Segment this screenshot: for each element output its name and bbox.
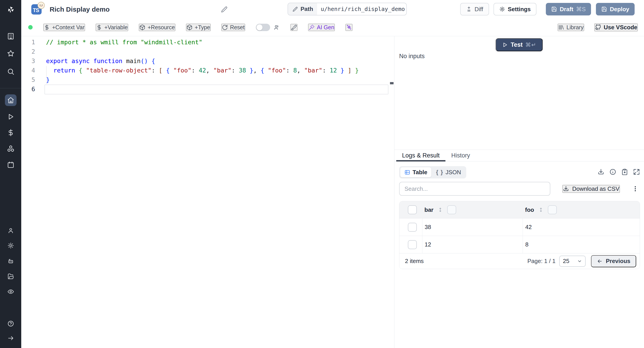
column-toggle-foo[interactable] — [548, 205, 557, 214]
reset-button[interactable]: Reset — [222, 24, 245, 31]
windmill-logo[interactable] — [5, 4, 16, 15]
format-brush-icon[interactable] — [290, 24, 298, 31]
download-result-icon[interactable] — [598, 168, 604, 176]
view-json-button[interactable]: { } JSON — [432, 167, 465, 177]
info-icon[interactable] — [609, 168, 616, 176]
wand-icon — [308, 24, 314, 30]
row-checkbox[interactable] — [408, 223, 417, 232]
sidebar-divider — [0, 88, 21, 88]
cubes-icon[interactable] — [5, 143, 16, 154]
search-icon[interactable] — [5, 66, 16, 77]
path-field[interactable]: Path u/henri/rich_display_demo — [288, 3, 407, 16]
windmill-app: TS Rich Display demo Path u/henri/rich_d… — [0, 0, 644, 348]
kebab-menu-icon[interactable] — [632, 186, 639, 192]
topbar: TS Rich Display demo Path u/henri/rich_d… — [21, 0, 644, 18]
home-icon[interactable] — [5, 94, 16, 106]
column-header-foo[interactable]: foo — [525, 206, 534, 213]
tab-history[interactable]: History — [446, 150, 476, 161]
deploy-button[interactable]: Deploy — [596, 3, 634, 16]
results-section: Logs & Result History Table { } JSON — [394, 150, 644, 348]
view-segment: Table { } JSON — [399, 166, 466, 178]
add-type-button[interactable]: +Type — [186, 24, 211, 31]
tab-logs-result[interactable]: Logs & Result — [396, 150, 446, 161]
add-variable-button[interactable]: +Variable — [96, 24, 128, 31]
calendar-icon[interactable] — [5, 159, 16, 170]
no-inputs-label: No inputs — [399, 53, 425, 60]
arrow-left-icon — [597, 258, 603, 264]
table-header: bar foo — [399, 201, 640, 218]
test-button[interactable]: Test ⌘↵ — [496, 38, 543, 51]
search-input[interactable] — [399, 182, 550, 196]
sparkles-icon[interactable] — [346, 24, 352, 31]
star-icon[interactable] — [5, 48, 16, 59]
sort-icon[interactable] — [538, 207, 544, 213]
sort-icon[interactable] — [438, 207, 443, 213]
cell-bar: 38 — [422, 218, 522, 236]
cell-foo: 8 — [522, 236, 640, 253]
eye-icon[interactable] — [5, 286, 16, 297]
code-line[interactable]: 4 return { "table-row-object": [ { "foo"… — [21, 66, 394, 75]
column-toggle-bar[interactable] — [447, 205, 456, 214]
code-editor[interactable]: 1// import * as wmill from "windmill-cli… — [21, 36, 394, 348]
save-icon — [551, 6, 557, 12]
user-icon[interactable] — [5, 225, 16, 236]
add-context-var-button[interactable]: +Context Var — [44, 24, 85, 31]
cell-foo: 42 — [522, 218, 640, 236]
settings-button[interactable]: Settings — [494, 3, 537, 16]
multiplayer-toggle[interactable] — [256, 24, 270, 31]
draft-shortcut: ⌘S — [576, 6, 586, 13]
code-line[interactable]: 6 — [21, 84, 394, 94]
plus-minus-icon — [466, 6, 472, 12]
play-icon — [502, 42, 508, 48]
dollar-icon[interactable] — [5, 127, 16, 138]
page-indicator: Page: 1 / 1 — [527, 258, 556, 264]
result-table: bar foo 3842128 2 i — [399, 201, 640, 269]
library-icon — [558, 24, 564, 30]
package-icon — [186, 24, 192, 30]
gear-icon[interactable] — [5, 240, 16, 251]
dollar-icon — [96, 24, 102, 30]
clipboard-copy-icon[interactable] — [621, 168, 628, 176]
building-icon[interactable] — [5, 31, 16, 42]
path-value[interactable]: u/henri/rich_display_demo — [317, 6, 405, 12]
folder-icon[interactable] — [5, 271, 16, 282]
save-icon — [601, 6, 607, 12]
path-label: Path — [288, 3, 317, 15]
help-icon[interactable] — [5, 318, 16, 329]
draft-button[interactable]: Draft ⌘S — [546, 3, 591, 16]
chevron-down-icon — [577, 259, 582, 264]
test-shortcut: ⌘↵ — [525, 42, 536, 48]
results-tabs: Logs & Result History — [394, 150, 644, 162]
overview-ruler-cursor-mark — [390, 82, 394, 84]
typescript-badge: TS — [31, 4, 42, 14]
ai-gen-button[interactable]: AI Gen — [308, 24, 335, 31]
gear-icon — [499, 6, 505, 12]
code-line[interactable]: 5} — [21, 75, 394, 84]
arrow-right-icon[interactable] — [5, 332, 16, 344]
use-vscode-button[interactable]: Use VScode — [594, 24, 638, 31]
expand-icon[interactable] — [633, 168, 640, 176]
code-line[interactable]: 3export async function main() { — [21, 56, 394, 66]
pencil-icon — [292, 6, 298, 12]
code-line[interactable]: 1// import * as wmill from "windmill-cli… — [21, 38, 394, 47]
diff-button[interactable]: Diff — [460, 3, 489, 16]
view-table-button[interactable]: Table — [400, 167, 431, 177]
robot-icon[interactable] — [5, 256, 16, 267]
emoji-face-icon — [37, 1, 45, 10]
page-size-select[interactable]: 25 — [559, 256, 586, 267]
table-footer: 2 items Page: 1 / 1 25 Previous — [399, 253, 640, 269]
previous-page-button[interactable]: Previous — [591, 255, 636, 267]
column-header-bar[interactable]: bar — [424, 206, 433, 213]
users-icon — [274, 24, 280, 30]
edit-title-pencil-icon[interactable] — [220, 5, 229, 14]
add-resource-button[interactable]: +Resource — [139, 24, 175, 31]
code-line[interactable]: 2 — [21, 47, 394, 56]
select-all-checkbox[interactable] — [408, 205, 417, 214]
row-checkbox[interactable] — [408, 240, 417, 249]
play-icon[interactable] — [5, 111, 16, 122]
braces-icon: { } — [436, 169, 443, 176]
table-row: 128 — [399, 236, 640, 253]
run-panel: Test ⌘↵ No inputs Logs & Result History … — [394, 36, 644, 348]
library-button[interactable]: Library — [558, 24, 584, 31]
download-csv-button[interactable]: Download as CSV — [562, 185, 620, 193]
